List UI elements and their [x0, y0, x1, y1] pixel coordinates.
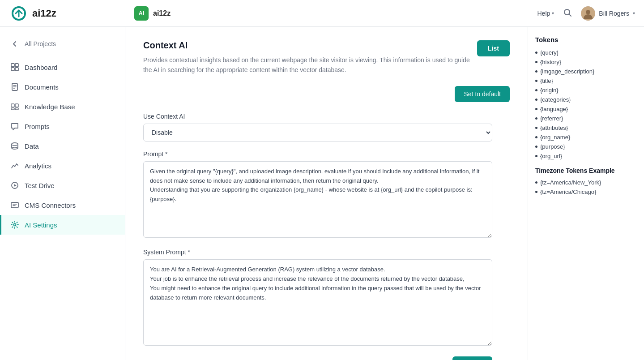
svg-rect-11 — [15, 108, 18, 110]
token-bullet — [535, 127, 537, 129]
sidebar: All Projects Dashboard Documents — [0, 27, 125, 360]
token-item: {language} — [535, 104, 637, 114]
search-button[interactable] — [563, 8, 572, 18]
svg-rect-5 — [11, 68, 14, 71]
token-item: {referrer} — [535, 114, 637, 123]
timezone-list: {tz=America/New_York}{tz=America/Chicago… — [535, 178, 637, 197]
token-bullet — [535, 89, 537, 91]
svg-rect-8 — [11, 104, 14, 107]
system-prompt-textarea[interactable]: You are AI for a Retrieval-Augmented Gen… — [143, 259, 492, 345]
back-icon — [10, 39, 19, 48]
logo-icon — [9, 4, 29, 23]
token-bullet — [535, 51, 537, 54]
sidebar-item-prompts[interactable]: Prompts — [0, 116, 125, 136]
set-default-button[interactable]: Set to default — [455, 86, 510, 102]
system-prompt-label: System Prompt * — [143, 249, 492, 256]
search-icon — [563, 8, 572, 17]
token-item: {purpose} — [535, 142, 637, 151]
token-bullet — [535, 136, 537, 138]
tokens-list: {query}{history}{imgage_description}{tit… — [535, 48, 637, 161]
list-button[interactable]: List — [477, 40, 510, 56]
sidebar-item-test-drive[interactable]: Test Drive — [0, 176, 125, 195]
save-wrap: Save — [143, 356, 492, 360]
dashboard-icon — [10, 63, 19, 72]
sidebar-item-ai-settings[interactable]: AI Settings — [0, 215, 125, 235]
user-chevron-icon: ▾ — [633, 11, 635, 16]
use-context-group: Use Context AI Disable Enable — [143, 113, 492, 141]
token-bullet — [535, 80, 537, 82]
token-bullet — [535, 61, 537, 63]
timezone-token-item: {tz=America/New_York} — [535, 178, 637, 187]
sidebar-item-dashboard[interactable]: Dashboard — [0, 57, 125, 77]
sidebar-item-all-projects[interactable]: All Projects — [0, 34, 125, 54]
token-item: {org_name} — [535, 133, 637, 142]
analytics-icon — [10, 161, 19, 170]
prompt-group: Prompt * Given the original query "{quer… — [143, 150, 492, 240]
prompts-icon — [10, 122, 19, 131]
token-bullet — [535, 191, 537, 193]
svg-rect-4 — [15, 64, 18, 67]
layout: All Projects Dashboard Documents — [0, 27, 644, 360]
project-badge: AI — [134, 6, 149, 21]
use-context-label: Use Context AI — [143, 113, 492, 120]
token-bullet — [535, 99, 537, 101]
token-bullet — [535, 117, 537, 120]
sidebar-item-knowledge-base[interactable]: Knowledge Base — [0, 97, 125, 116]
use-context-select[interactable]: Disable Enable — [143, 124, 492, 141]
testdrive-icon — [10, 181, 19, 190]
content-header: Context AI Provides contextual insights … — [143, 40, 510, 75]
token-bullet — [535, 181, 537, 184]
timezone-token-item: {tz=America/Chicago} — [535, 187, 637, 197]
documents-icon — [10, 82, 19, 91]
svg-rect-9 — [15, 104, 18, 107]
sidebar-item-cms-connectors[interactable]: CMS Connectors — [0, 195, 125, 215]
prompt-label: Prompt * — [143, 150, 492, 158]
avatar — [581, 6, 595, 21]
main-content: Context AI Provides contextual insights … — [125, 27, 528, 360]
svg-rect-6 — [15, 68, 18, 71]
page-description: Provides contextual insights based on th… — [143, 55, 477, 75]
logo-text: ai12z — [32, 8, 56, 19]
token-bullet — [535, 70, 537, 73]
svg-rect-10 — [11, 108, 14, 110]
data-icon — [10, 141, 19, 150]
token-bullet — [535, 108, 537, 110]
user-menu[interactable]: Bill Rogers ▾ — [581, 6, 635, 21]
svg-rect-13 — [11, 202, 18, 208]
form-section: Use Context AI Disable Enable Prompt * G… — [143, 113, 492, 360]
header-right: Help ▾ Bill Rogers ▾ — [537, 6, 635, 21]
cms-icon — [10, 201, 19, 210]
token-item: {attributes} — [535, 123, 637, 133]
save-button[interactable]: Save — [452, 356, 492, 360]
help-button[interactable]: Help ▾ — [537, 10, 554, 17]
token-bullet — [535, 155, 537, 157]
svg-point-2 — [586, 10, 590, 14]
sidebar-item-documents[interactable]: Documents — [0, 77, 125, 97]
token-item: {history} — [535, 57, 637, 67]
token-bullet — [535, 146, 537, 148]
svg-point-14 — [14, 224, 16, 226]
sidebar-item-data[interactable]: Data — [0, 136, 125, 156]
top-header: ai12z AI ai12z Help ▾ Bill Rogers — [0, 0, 644, 27]
token-item: {org_url} — [535, 151, 637, 161]
token-item: {imgage_description} — [535, 67, 637, 76]
prompt-textarea[interactable]: Given the original query "{query}", and … — [143, 161, 492, 238]
sidebar-item-analytics[interactable]: Analytics — [0, 156, 125, 176]
project-name: ai12z — [153, 9, 171, 17]
svg-rect-3 — [11, 64, 14, 67]
token-item: {categories} — [535, 95, 637, 104]
token-item: {title} — [535, 76, 637, 86]
token-item: {query} — [535, 48, 637, 57]
tokens-panel: Tokens {query}{history}{imgage_descripti… — [528, 27, 644, 360]
settings-icon — [10, 220, 19, 229]
set-default-wrap: Set to default — [143, 86, 510, 102]
logo-area: ai12z — [9, 4, 134, 23]
project-area: AI ai12z — [134, 6, 537, 21]
token-item: {origin} — [535, 86, 637, 95]
page-title: Context AI — [143, 40, 477, 51]
page-header-text: Context AI Provides contextual insights … — [143, 40, 477, 75]
knowledge-icon — [10, 102, 19, 111]
user-name: Bill Rogers — [599, 10, 629, 17]
tokens-title: Tokens — [535, 36, 637, 43]
timezone-title: Timezone Tokens Example — [535, 167, 637, 174]
